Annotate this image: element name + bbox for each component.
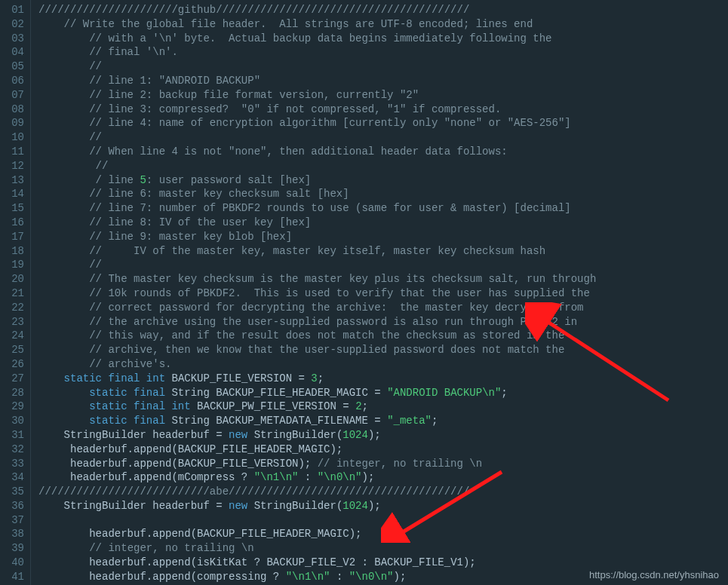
line-number: 21 bbox=[3, 286, 24, 301]
code-token: StringBuilder headerbuf bbox=[38, 429, 216, 441]
line-number: 23 bbox=[3, 315, 24, 329]
code-token: ); bbox=[362, 471, 375, 483]
line-number: 37 bbox=[3, 513, 24, 528]
line-number: 01 bbox=[3, 3, 24, 17]
code-token: ? bbox=[273, 571, 286, 583]
code-token: BACKUP_PW_FILE_VERSION bbox=[191, 400, 343, 412]
line-number: 11 bbox=[3, 145, 24, 159]
code-token: // IV of the master key, master key itse… bbox=[38, 245, 545, 257]
code-token: 5 bbox=[140, 174, 146, 186]
code-token: static bbox=[89, 415, 127, 427]
code-token: // 10k rounds of PBKDF2. This is used to… bbox=[38, 287, 590, 299]
code-line: // integer, no trailing \n bbox=[38, 541, 728, 556]
code-line: // line 6: master key checksum salt [hex… bbox=[38, 187, 728, 201]
code-token: String BACKUP_FILE_HEADER_MAGIC bbox=[165, 387, 374, 399]
code-token: // line 3: compressed? "0" if not compre… bbox=[38, 103, 501, 115]
code-token: // line 9: master key blob [hex] bbox=[38, 231, 292, 243]
code-line: headerbuf.append(BACKUP_FILE_VERSION); /… bbox=[38, 457, 728, 471]
code-token: = bbox=[299, 372, 312, 384]
code-token: // line 4: name of encryption algorithm … bbox=[38, 117, 571, 129]
code-line: // bbox=[38, 60, 728, 74]
code-token: BACKUP_FILE_VERSION bbox=[165, 372, 298, 384]
code-token: // integer, no trailing \n bbox=[89, 542, 253, 554]
code-token: final bbox=[108, 372, 140, 384]
code-token bbox=[127, 415, 134, 427]
code-token bbox=[38, 372, 64, 384]
code-token: headerbuf.append(BACKUP_FILE_HEADER_MAGI… bbox=[38, 443, 342, 455]
code-token: headerbuf.append(isKitKat bbox=[38, 556, 254, 568]
code-token bbox=[38, 542, 89, 554]
line-number: 38 bbox=[3, 527, 24, 541]
line-number: 08 bbox=[3, 103, 24, 117]
code-token: BACKUP_FILE_V2 bbox=[266, 556, 361, 568]
code-line: headerbuf.append(isKitKat ? BACKUP_FILE_… bbox=[38, 556, 728, 570]
code-line: static final String BACKUP_FILE_HEADER_M… bbox=[38, 386, 728, 400]
code-token: = bbox=[216, 429, 229, 441]
code-token: String BACKUP_METADATA_FILENAME bbox=[165, 415, 374, 427]
code-token: 2 bbox=[355, 400, 361, 412]
code-token bbox=[38, 387, 89, 399]
code-line: headerbuf.append(BACKUP_FILE_HEADER_MAGI… bbox=[38, 527, 728, 541]
code-token: int bbox=[171, 400, 190, 412]
code-line: // line 8: IV of the user key [hex] bbox=[38, 216, 728, 230]
code-token: ? bbox=[241, 471, 254, 483]
line-number: 02 bbox=[3, 17, 24, 32]
line-number: 13 bbox=[3, 173, 24, 188]
code-token: ; bbox=[501, 387, 507, 399]
code-line: StringBuilder headerbuf = new StringBuil… bbox=[38, 428, 728, 443]
code-token: StringBuilder( bbox=[247, 429, 342, 441]
code-line: headerbuf.append(BACKUP_FILE_HEADER_MAGI… bbox=[38, 443, 728, 457]
code-token: // bbox=[38, 160, 108, 172]
code-token: = bbox=[374, 387, 387, 399]
code-line: // 10k rounds of PBKDF2. This is used to… bbox=[38, 286, 728, 301]
line-number: 24 bbox=[3, 329, 24, 343]
code-line: ///////////////////////////abe//////////… bbox=[38, 485, 728, 499]
line-number: 40 bbox=[3, 556, 24, 570]
code-token: ); bbox=[394, 571, 407, 583]
line-number: 31 bbox=[3, 428, 24, 443]
code-token: // bbox=[38, 131, 102, 143]
code-token: // archive, then we know that the user-s… bbox=[38, 344, 564, 356]
line-number-gutter: 0102030405060708091011121314151617181920… bbox=[0, 0, 31, 585]
code-line: // line 2: backup file format version, c… bbox=[38, 88, 728, 103]
code-token: // line 7: number of PBKDF2 rounds to us… bbox=[38, 202, 571, 214]
code-token: static bbox=[89, 387, 127, 399]
code-token: headerbuf.append(compressing bbox=[38, 571, 273, 583]
code-token: // The master key checksum is the master… bbox=[38, 273, 596, 285]
line-number: 07 bbox=[3, 88, 24, 103]
code-line: // line 1: "ANDROID BACKUP" bbox=[38, 74, 728, 88]
line-number: 35 bbox=[3, 485, 24, 499]
code-token: int bbox=[146, 372, 165, 384]
code-line: // final '\n'. bbox=[38, 45, 728, 60]
line-number: 22 bbox=[3, 301, 24, 315]
code-line: // bbox=[38, 159, 728, 173]
code-token: ? bbox=[254, 556, 267, 568]
code-token bbox=[127, 400, 134, 412]
code-token: = bbox=[342, 400, 355, 412]
code-token: StringBuilder( bbox=[247, 500, 342, 512]
code-token: final bbox=[134, 415, 165, 427]
line-number: 28 bbox=[3, 386, 24, 400]
code-line: static final int BACKUP_PW_FILE_VERSION … bbox=[38, 400, 728, 414]
code-token: "\n1\n" bbox=[254, 471, 299, 483]
code-line: // correct password for decrypting the a… bbox=[38, 301, 728, 315]
code-token: // final '\n'. bbox=[38, 46, 178, 58]
line-number: 32 bbox=[3, 443, 24, 457]
code-line: // line 9: master key blob [hex] bbox=[38, 230, 728, 244]
code-token: // line 6: master key checksum salt [hex… bbox=[38, 188, 349, 200]
code-token: : bbox=[362, 556, 375, 568]
code-area: //////////////////////github////////////… bbox=[31, 0, 728, 585]
code-line: // archive, then we know that the user-s… bbox=[38, 343, 728, 357]
code-token: 1024 bbox=[342, 500, 368, 512]
line-number: 33 bbox=[3, 457, 24, 471]
line-number: 12 bbox=[3, 159, 24, 173]
code-line: // the archive using the user-supplied p… bbox=[38, 315, 728, 329]
code-token: //////////////////////github////////////… bbox=[38, 4, 469, 16]
line-number: 16 bbox=[3, 216, 24, 230]
code-token: : user password salt [hex] bbox=[146, 174, 311, 186]
code-token: static bbox=[89, 400, 127, 412]
code-token: "\n0\n" bbox=[318, 471, 362, 483]
line-number: 25 bbox=[3, 343, 24, 357]
line-number: 05 bbox=[3, 60, 24, 74]
code-token: ; bbox=[362, 400, 368, 412]
